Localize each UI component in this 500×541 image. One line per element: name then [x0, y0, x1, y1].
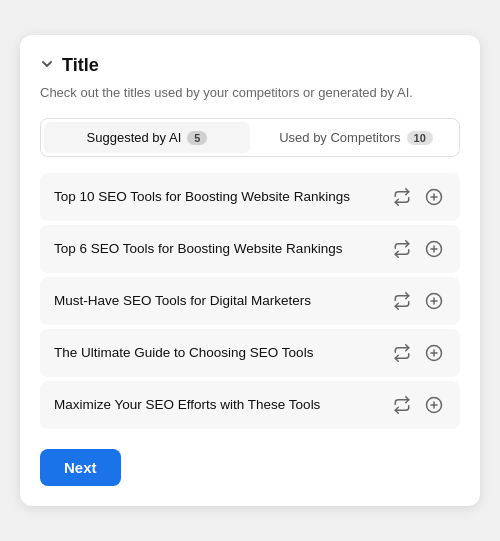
item-actions — [390, 393, 446, 417]
refresh-icon[interactable] — [390, 341, 414, 365]
section-title: Title — [62, 55, 99, 76]
item-text: Maximize Your SEO Efforts with These Too… — [54, 396, 380, 415]
titles-list: Top 10 SEO Tools for Boosting Website Ra… — [40, 173, 460, 429]
tab-competitors-badge: 10 — [407, 131, 433, 145]
tab-competitors-label: Used by Competitors — [279, 130, 400, 145]
item-actions — [390, 185, 446, 209]
add-icon[interactable] — [422, 237, 446, 261]
next-button[interactable]: Next — [40, 449, 121, 486]
item-text: Must-Have SEO Tools for Digital Marketer… — [54, 292, 380, 311]
refresh-icon[interactable] — [390, 393, 414, 417]
refresh-icon[interactable] — [390, 237, 414, 261]
tab-group: Suggested by AI 5 Used by Competitors 10 — [40, 118, 460, 157]
item-text: Top 6 SEO Tools for Boosting Website Ran… — [54, 240, 380, 259]
list-item: The Ultimate Guide to Choosing SEO Tools — [40, 329, 460, 377]
add-icon[interactable] — [422, 289, 446, 313]
list-item: Must-Have SEO Tools for Digital Marketer… — [40, 277, 460, 325]
main-card: Title Check out the titles used by your … — [20, 35, 480, 506]
chevron-icon[interactable] — [40, 57, 54, 74]
list-item: Top 10 SEO Tools for Boosting Website Ra… — [40, 173, 460, 221]
item-text: Top 10 SEO Tools for Boosting Website Ra… — [54, 188, 380, 207]
tab-suggested[interactable]: Suggested by AI 5 — [44, 122, 250, 153]
refresh-icon[interactable] — [390, 185, 414, 209]
tab-competitors[interactable]: Used by Competitors 10 — [253, 119, 459, 156]
list-item: Top 6 SEO Tools for Boosting Website Ran… — [40, 225, 460, 273]
item-actions — [390, 237, 446, 261]
section-description: Check out the titles used by your compet… — [40, 84, 460, 102]
add-icon[interactable] — [422, 341, 446, 365]
section-header: Title — [40, 55, 460, 76]
list-item: Maximize Your SEO Efforts with These Too… — [40, 381, 460, 429]
add-icon[interactable] — [422, 393, 446, 417]
item-actions — [390, 289, 446, 313]
add-icon[interactable] — [422, 185, 446, 209]
tab-suggested-label: Suggested by AI — [87, 130, 182, 145]
item-text: The Ultimate Guide to Choosing SEO Tools — [54, 344, 380, 363]
refresh-icon[interactable] — [390, 289, 414, 313]
item-actions — [390, 341, 446, 365]
tab-suggested-badge: 5 — [187, 131, 207, 145]
